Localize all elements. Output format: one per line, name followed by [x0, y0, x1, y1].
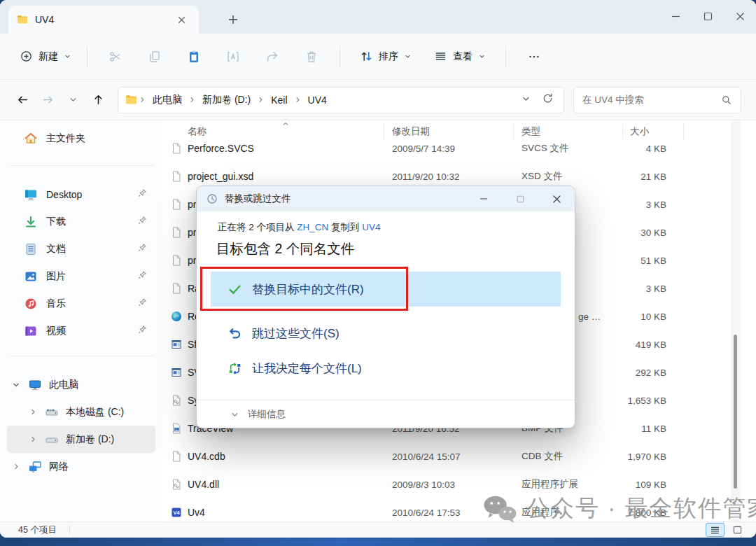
breadcrumb[interactable]: 此电脑新加卷 (D:)KeilUV4	[118, 87, 564, 113]
skip-icon	[227, 326, 242, 341]
forward-button[interactable]	[35, 88, 60, 113]
uv4-app-icon: V4	[171, 507, 182, 518]
sidebar-tree-list: 此电脑本地磁盘 (C:)新加卷 (D:)网络	[7, 371, 155, 480]
file-size: 4 KB	[598, 144, 666, 154]
pin-icon	[137, 270, 147, 283]
file-size: 3 KB	[598, 200, 666, 210]
sort-arrows-icon	[360, 50, 373, 63]
cut-button[interactable]	[99, 43, 132, 71]
file-type: CDB 文件	[522, 450, 598, 463]
file-type: ge …	[578, 312, 655, 322]
delete-button[interactable]	[295, 43, 328, 71]
search-box[interactable]	[573, 87, 741, 113]
minimize-button[interactable]	[659, 0, 692, 32]
paste-button[interactable]	[177, 43, 211, 71]
chevron-down-icon	[230, 410, 239, 419]
sidebar-item[interactable]: 音乐	[7, 290, 155, 317]
copy-button[interactable]	[138, 43, 172, 71]
doc-file-icon	[171, 143, 182, 154]
chevron-down-icon[interactable]	[11, 381, 21, 389]
app-file-icon	[171, 367, 182, 378]
sort-button-label: 排序	[379, 50, 398, 63]
refresh-icon[interactable]	[542, 92, 554, 107]
new-button-label: 新建	[38, 50, 58, 63]
address-dropdown-icon[interactable]	[522, 94, 531, 106]
dialog-option[interactable]: 让我决定每个文件(L)	[211, 353, 561, 384]
file-row[interactable]: Perforce.SVCS 2009/5/7 14:39 SVCS 文件 4 K…	[162, 134, 756, 162]
desktop-icon	[24, 188, 38, 202]
tab-title: UV4	[35, 14, 165, 25]
doc-file-icon	[171, 171, 182, 182]
dialog-option[interactable]: 跳过这些文件(S)	[211, 318, 561, 349]
sidebar-item[interactable]: Desktop	[7, 181, 155, 208]
more-options-button[interactable]	[517, 43, 551, 71]
sidebar-item[interactable]: 图片	[7, 262, 155, 290]
sort-ascending-indicator	[281, 120, 290, 131]
home-icon	[24, 132, 38, 146]
sidebar-tree-item[interactable]: 网络	[7, 453, 155, 480]
view-button[interactable]: 查看	[426, 44, 494, 69]
sort-button[interactable]: 排序	[351, 44, 420, 69]
back-button[interactable]	[10, 88, 35, 113]
sidebar-item-label: 此电脑	[49, 379, 78, 391]
file-size: 30 KB	[598, 227, 666, 238]
share-button[interactable]	[255, 43, 289, 71]
bmp-file-icon	[171, 423, 182, 434]
search-input[interactable]	[582, 94, 721, 105]
drive-d-icon	[45, 433, 59, 447]
maximize-button[interactable]	[692, 0, 724, 32]
file-row[interactable]: UV4.cdb 2010/6/24 15:07 CDB 文件 1,970 KB	[162, 442, 756, 470]
breadcrumb-item[interactable]: UV4	[303, 92, 332, 108]
up-button[interactable]	[85, 88, 111, 113]
doc-file-icon	[171, 451, 182, 462]
sidebar-item-label: 文档	[46, 243, 66, 255]
chevron-right-icon[interactable]	[28, 435, 38, 443]
tab-close-icon[interactable]	[172, 10, 190, 29]
chevron-right-icon[interactable]	[11, 463, 21, 470]
pin-icon	[137, 188, 147, 201]
view-button-label: 查看	[453, 50, 472, 63]
sidebar-item[interactable]: 下载	[7, 208, 155, 235]
sidebar-tree-item[interactable]: 此电脑	[7, 371, 155, 398]
breadcrumb-item[interactable]: Keil	[266, 92, 292, 108]
file-size: 11 KB	[598, 424, 666, 434]
sidebar-item[interactable]: 视频	[7, 317, 155, 344]
details-expander[interactable]: 详细信息	[230, 400, 286, 429]
explorer-tab[interactable]: UV4	[8, 6, 199, 34]
file-explorer-window: UV4 新建	[0, 0, 756, 538]
breadcrumb-item[interactable]: 此电脑	[148, 91, 187, 109]
downloads-icon	[24, 215, 38, 229]
folder-icon	[17, 14, 28, 25]
doc-file-icon	[171, 227, 182, 238]
replace-skip-dialog: 替换或跳过文件 正在将 2 个项目从 ZH_CN 复制到 UV4 目标包含 2 …	[196, 186, 575, 428]
chevron-right-icon	[255, 96, 266, 104]
file-name: Uv4	[188, 507, 205, 518]
sidebar-item-home[interactable]: 主文件夹	[7, 126, 155, 151]
file-date: 2010/6/24 15:07	[392, 451, 522, 462]
recent-locations-button[interactable]	[60, 88, 85, 113]
dialog-option-label: 让我决定每个文件(L)	[252, 360, 362, 377]
address-bar: 此电脑新加卷 (D:)KeilUV4	[0, 80, 756, 120]
scrollbar-thumb[interactable]	[734, 335, 737, 489]
navigation-pane: 主文件夹 Desktop下载文档图片音乐视频 此电脑本地磁盘 (C:)新加卷 (…	[0, 120, 162, 522]
this-pc-icon	[28, 378, 42, 392]
file-date: 2009/8/3 10:03	[392, 479, 522, 490]
breadcrumb-item[interactable]: 新加卷 (D:)	[197, 91, 255, 109]
sidebar-tree-item[interactable]: 新加卷 (D:)	[7, 426, 155, 453]
file-size: 292 KB	[598, 368, 666, 378]
chevron-right-icon[interactable]	[28, 408, 38, 416]
close-button[interactable]	[724, 0, 756, 32]
sidebar-item[interactable]: 文档	[7, 235, 155, 262]
icons-view-button[interactable]	[729, 523, 746, 537]
file-size: 1,970 KB	[598, 451, 666, 462]
sidebar-item-label: Desktop	[46, 189, 82, 200]
chevron-right-icon	[293, 96, 303, 104]
details-view-button[interactable]	[706, 523, 724, 537]
rename-button[interactable]	[216, 43, 250, 71]
sidebar-tree-item[interactable]: 本地磁盘 (C:)	[7, 398, 155, 426]
new-button[interactable]: 新建	[13, 44, 78, 69]
sidebar-divider	[10, 165, 154, 166]
toolbar-divider	[340, 46, 340, 67]
sidebar-item-label: 本地磁盘 (C:)	[66, 406, 124, 419]
new-tab-button[interactable]	[224, 10, 242, 29]
